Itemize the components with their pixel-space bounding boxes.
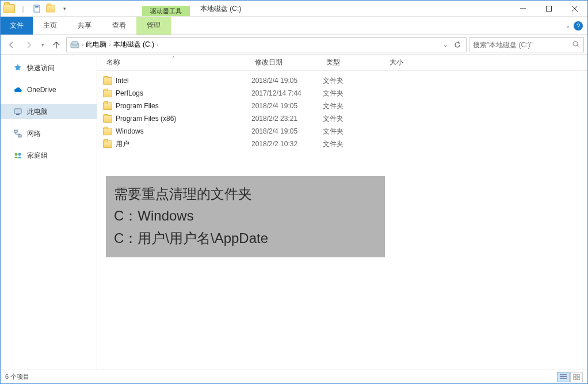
view-icons-icon[interactable] [570, 372, 583, 382]
titlebar: | ▾ 驱动器工具 本地磁盘 (C:) [1, 1, 587, 17]
breadcrumb-pc[interactable]: 此电脑 [85, 40, 108, 50]
annotation-line: C：用户\用户名\AppDate [114, 227, 377, 249]
address-dropdown-icon[interactable]: ⌄ [440, 41, 451, 48]
search-icon[interactable] [572, 41, 580, 48]
file-name: Intel [116, 77, 129, 85]
table-row[interactable]: Intel2018/2/4 19:05文件夹 [103, 74, 587, 87]
qat-new-folder-icon[interactable] [44, 2, 57, 15]
file-date: 2018/2/2 23:21 [251, 115, 323, 123]
nav-forward-button[interactable] [21, 37, 36, 52]
home-icon [13, 151, 22, 160]
file-date: 2018/2/4 19:05 [251, 77, 323, 85]
maximize-button[interactable] [536, 1, 562, 17]
annotation-overlay: 需要重点清理的文件夹 C：Windows C：用户\用户名\AppDate [106, 176, 385, 257]
navigation-bar: ▾ › 此电脑 › 本地磁盘 (C:) › ⌄ [1, 35, 587, 55]
folder-icon [103, 77, 112, 85]
svg-rect-22 [573, 378, 576, 380]
ribbon-file-tab[interactable]: 文件 [1, 17, 33, 35]
table-row[interactable]: PerfLogs2017/12/14 7:44文件夹 [103, 87, 587, 100]
file-date: 2018/2/2 10:32 [251, 140, 323, 148]
pc-icon [13, 107, 22, 116]
folder-icon [103, 128, 112, 135]
sidebar-item-label: 此电脑 [27, 107, 48, 117]
app-icon[interactable] [3, 2, 16, 15]
help-icon[interactable]: ? [574, 21, 583, 31]
svg-rect-4 [546, 6, 551, 12]
file-name: Program Files [116, 102, 159, 110]
qat-separator: | [17, 2, 29, 15]
svg-rect-8 [72, 41, 78, 45]
column-name[interactable]: 名称 [103, 58, 251, 67]
nav-history-dropdown[interactable]: ▾ [39, 37, 47, 52]
status-item-count: 6 个项目 [5, 372, 29, 381]
table-row[interactable]: Program Files (x86)2018/2/2 23:21文件夹 [103, 112, 587, 125]
search-input[interactable] [473, 41, 572, 49]
file-name: Windows [116, 127, 144, 135]
view-details-icon[interactable] [557, 372, 570, 382]
sidebar-item-home[interactable]: 家庭组 [1, 148, 97, 163]
column-headers: ˄ 名称 修改日期 类型 大小 [97, 55, 587, 71]
svg-line-10 [577, 45, 579, 48]
quick-access-toolbar: | ▾ [1, 1, 73, 16]
status-bar: 6 个项目 [1, 370, 587, 383]
file-type: 文件夹 [323, 139, 386, 149]
file-name: Program Files (x86) [116, 115, 176, 123]
sidebar-item-cloud[interactable]: OneDrive [1, 82, 97, 97]
column-type[interactable]: 类型 [323, 58, 386, 67]
file-type: 文件夹 [323, 127, 386, 136]
chevron-right-icon[interactable]: › [108, 41, 112, 48]
sidebar-item-net[interactable]: 网络 [1, 126, 97, 141]
column-size[interactable]: 大小 [386, 58, 587, 67]
window-title: 本地磁盘 (C:) [190, 1, 251, 16]
sidebar-item-label: OneDrive [27, 86, 56, 94]
table-row[interactable]: 用户2018/2/2 10:32文件夹 [103, 138, 587, 150]
sidebar-item-star[interactable]: 快速访问 [1, 60, 97, 75]
annotation-line: C：Windows [114, 205, 377, 227]
svg-rect-14 [18, 135, 21, 137]
sidebar-item-pc[interactable]: 此电脑 [1, 104, 97, 119]
contextual-tab-group: 驱动器工具 [142, 1, 190, 16]
navigation-pane: 快速访问OneDrive此电脑网络家庭组 [1, 55, 97, 370]
nav-back-button[interactable] [4, 37, 19, 52]
sort-indicator-icon: ˄ [172, 56, 175, 62]
ribbon-tab-share[interactable]: 共享 [67, 17, 102, 35]
view-toggle [557, 372, 583, 382]
file-name: PerfLogs [116, 89, 143, 97]
ribbon-expand-icon[interactable]: ⌄ [566, 22, 570, 29]
qat-properties-icon[interactable] [30, 2, 43, 15]
ribbon-tab-view[interactable]: 查看 [102, 17, 136, 35]
file-type: 文件夹 [323, 76, 386, 86]
file-name: 用户 [116, 139, 129, 149]
annotation-line: 需要重点清理的文件夹 [114, 183, 377, 205]
file-type: 文件夹 [323, 89, 386, 98]
table-row[interactable]: Windows2018/2/4 19:05文件夹 [103, 125, 587, 138]
folder-icon [103, 140, 112, 148]
nav-up-button[interactable] [49, 37, 64, 52]
refresh-icon[interactable] [451, 41, 464, 49]
ribbon-tab-manage[interactable]: 管理 [136, 17, 171, 35]
breadcrumb-drive[interactable]: 本地磁盘 (C:) [112, 40, 155, 50]
svg-rect-1 [35, 6, 39, 7]
context-tab-label: 驱动器工具 [142, 6, 190, 16]
minimize-button[interactable] [510, 1, 536, 17]
file-type: 文件夹 [323, 114, 386, 124]
ribbon: 文件 主页 共享 查看 管理 ⌄ ? [1, 17, 587, 35]
star-icon [13, 63, 22, 73]
qat-dropdown-icon[interactable]: ▾ [58, 2, 71, 15]
search-box[interactable] [469, 37, 584, 52]
chevron-right-icon[interactable]: › [155, 41, 159, 48]
svg-rect-11 [14, 109, 21, 113]
file-rows: Intel2018/2/4 19:05文件夹PerfLogs2017/12/14… [97, 71, 587, 150]
svg-rect-12 [16, 114, 20, 115]
close-button[interactable] [562, 1, 587, 17]
chevron-right-icon[interactable]: › [81, 41, 85, 48]
column-date[interactable]: 修改日期 [251, 58, 323, 67]
folder-icon [103, 102, 112, 110]
table-row[interactable]: Program Files2018/2/4 19:05文件夹 [103, 100, 587, 112]
address-icon [69, 41, 81, 49]
svg-point-15 [15, 153, 18, 156]
ribbon-tab-home[interactable]: 主页 [33, 17, 67, 35]
svg-rect-23 [577, 378, 580, 380]
address-bar[interactable]: › 此电脑 › 本地磁盘 (C:) › ⌄ [66, 37, 467, 52]
net-icon [13, 129, 22, 138]
